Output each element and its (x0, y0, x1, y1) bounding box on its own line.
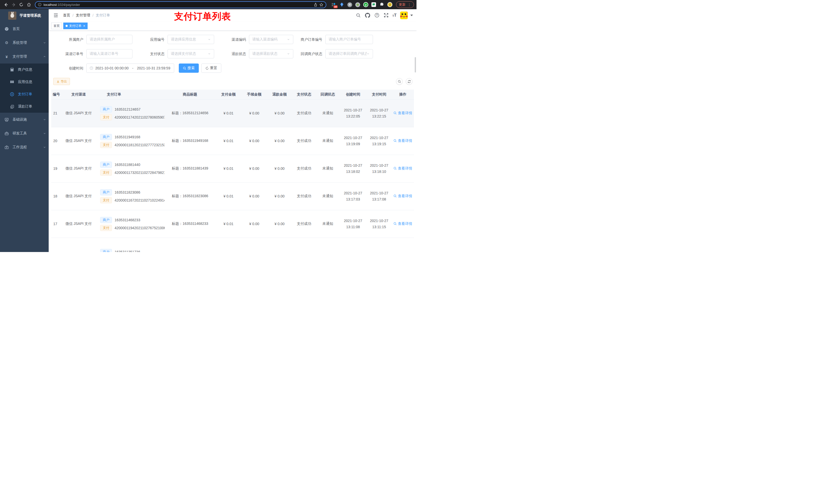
share-icon[interactable] (314, 3, 317, 7)
date-start[interactable]: 2021-10-01 00:00:00 (95, 66, 128, 70)
table-row[interactable]: 17 微信 JSAPI 支付 商户 1635311468233 支付 42000… (51, 210, 414, 238)
navbar: 首页 / 支付管理 / 支付订单 ? (49, 9, 416, 21)
table-row[interactable]: 19 微信 JSAPI 支付 商户 1635311881440 支付 42000… (51, 155, 414, 182)
sidebar-item-home[interactable]: 首页 (0, 22, 49, 36)
app-select[interactable]: 请选择应用信息 (168, 35, 214, 44)
notify-status-select[interactable]: 请选择订单回调商户状态 (325, 49, 373, 58)
filter-label: 创建时间 (51, 64, 86, 73)
tab-home[interactable]: 首页 (51, 23, 62, 29)
browser-home-button[interactable] (26, 1, 32, 8)
extension-y-icon[interactable]: y (363, 2, 368, 7)
pay-status-select[interactable]: 请选择支付状态 (168, 49, 214, 58)
table-row[interactable]: 21 微信 JSAPI 支付 商户 1635312124657 支付 42000… (51, 99, 414, 127)
filter-pay-status: 支付状态 请选择支付状态 (133, 49, 214, 58)
sidebar-item-refund-order[interactable]: 退款订单 (0, 100, 49, 113)
sidebar-item-app-info[interactable]: 应用信息 (0, 76, 49, 88)
view-detail-link[interactable]: 查看详情 (394, 221, 412, 226)
toggle-search-button[interactable] (396, 78, 403, 85)
product-title: 标题：1635311881439 (165, 155, 215, 182)
pay-amount: ¥ 0.01 (215, 127, 242, 155)
breadcrumb-home[interactable]: 首页 (63, 13, 70, 18)
font-size-icon[interactable]: TT (392, 13, 397, 18)
extension-chat-icon[interactable] (372, 2, 376, 7)
pay-channel: 微信 JSAPI 支付 (61, 182, 97, 210)
address-bar[interactable]: localhost:1024/pay/order (35, 1, 326, 8)
sidebar-item-payment[interactable]: ¥ 支付管理 (0, 50, 49, 64)
refresh-button[interactable] (406, 78, 412, 85)
extension-badge: 10 (334, 5, 338, 8)
extensions-puzzle-icon[interactable] (379, 2, 384, 7)
browser-reload-button[interactable] (18, 1, 25, 8)
breadcrumb-payment[interactable]: 支付管理 (76, 13, 90, 18)
extension-command-icon[interactable]: ⌘ (347, 2, 352, 7)
table-row[interactable]: 18 微信 JSAPI 支付 商户 1635311823086 支付 42000… (51, 182, 414, 210)
pay-channel: 微信 JSAPI 支付 (61, 155, 97, 182)
fee-amount: ¥ 0.00 (241, 99, 267, 127)
pay-status: 支付成功 (292, 210, 316, 238)
filter-label: 退款状态 (214, 49, 249, 58)
search-button[interactable]: 搜索 (179, 64, 199, 73)
avatar[interactable] (400, 11, 408, 19)
grid-icon (10, 80, 14, 84)
merchant-order-no: 1635311351736 (115, 250, 140, 252)
browser-update-button[interactable]: 更新 ⋮ (396, 1, 414, 8)
sidebar-item-system[interactable]: ⚙ 系统管理 (0, 36, 49, 50)
page-scrollbar[interactable] (415, 57, 416, 72)
sidebar-item-pay-order[interactable]: ¥ 支付订单 (0, 88, 49, 100)
order-id: 17 (53, 222, 57, 226)
breadcrumb: 首页 / 支付管理 / 支付订单 (63, 13, 110, 18)
extension-kite-icon[interactable] (339, 2, 344, 7)
store-icon (10, 68, 14, 72)
browser-back-button[interactable] (3, 1, 9, 8)
date-range-picker[interactable]: 2021-10-01 00:00:00 - 2021-10-31 23:59:5… (86, 64, 174, 73)
filter-channel-code: 渠道编码 请输入渠道编码 (214, 35, 293, 44)
reset-button[interactable]: 重置 (201, 64, 221, 73)
extension-record-icon[interactable] (355, 2, 360, 7)
table-row-partial: 商户 1635311351736 (51, 238, 414, 252)
help-icon[interactable]: ? (374, 13, 380, 18)
create-time: 2021-10-2713:11:08 (340, 210, 366, 238)
channel-order-no-input[interactable]: 请输入渠道订单号 (86, 49, 133, 58)
avatar-caret-icon[interactable] (410, 15, 413, 16)
table-row[interactable]: 20 微信 JSAPI 支付 商户 1635311949168 支付 42000… (51, 127, 414, 155)
extension-emoji-icon[interactable] (387, 2, 392, 7)
search-icon[interactable] (356, 13, 361, 18)
view-detail-link[interactable]: 查看详情 (394, 139, 412, 143)
pay-tag: 支付 (100, 225, 112, 231)
bookmark-star-icon[interactable] (319, 3, 323, 7)
merchant-order-no-input[interactable]: 请输入商户订单编号 (325, 35, 373, 44)
page: localhost:1024/pay/order 10 ⌘ y (0, 0, 416, 252)
product-title: 标题：1635311949168 (165, 127, 215, 155)
notify-status: 未通知 (316, 182, 340, 210)
browser-forward-button[interactable] (10, 1, 17, 8)
chevron-down-icon (43, 118, 46, 121)
order-id: 20 (53, 139, 57, 143)
sidebar-item-merchant-info[interactable]: 商户信息 (0, 64, 49, 76)
channel-pay-no: 4200001181202110277723215336 (115, 143, 165, 147)
extension-blocks-icon[interactable]: 10 (331, 2, 336, 7)
view-detail-link[interactable]: 查看详情 (394, 166, 412, 171)
fee-amount: ¥ 0.00 (241, 127, 267, 155)
close-icon[interactable]: ✕ (83, 24, 85, 28)
pay-amount: ¥ 0.01 (215, 210, 242, 238)
channel-code-select[interactable]: 请输入渠道编码 (249, 35, 293, 44)
github-icon[interactable] (365, 13, 371, 18)
sidebar-item-dev-tools[interactable]: 研发工具 (0, 126, 49, 140)
tab-pay-order[interactable]: 支付订单✕ (63, 23, 88, 29)
browser-menu-icon[interactable]: ⋮ (407, 3, 411, 6)
export-button[interactable]: 导出 (53, 78, 70, 85)
merchant-input[interactable]: 请选择所属商户 (86, 35, 133, 44)
view-detail-link[interactable]: 查看详情 (394, 194, 412, 198)
sidebar-logo[interactable]: 芋道管理系统 (0, 9, 49, 22)
main-area: 支付订单列表 首页 / 支付管理 / 支付订单 (49, 9, 416, 252)
site-info-icon[interactable] (38, 3, 42, 6)
sidebar-item-workflow[interactable]: 工作流程 (0, 140, 49, 154)
refund-status-select[interactable]: 请选择退款状态 (249, 49, 293, 58)
dashboard-icon (5, 27, 9, 31)
fullscreen-icon[interactable] (383, 13, 389, 18)
view-detail-link[interactable]: 查看详情 (394, 111, 412, 116)
sidebar-item-label: 退款订单 (18, 104, 32, 109)
sidebar-item-infra[interactable]: 基础设施 (0, 113, 49, 126)
hamburger-icon[interactable] (52, 13, 60, 18)
date-end[interactable]: 2021-10-31 23:59:59 (137, 66, 170, 70)
